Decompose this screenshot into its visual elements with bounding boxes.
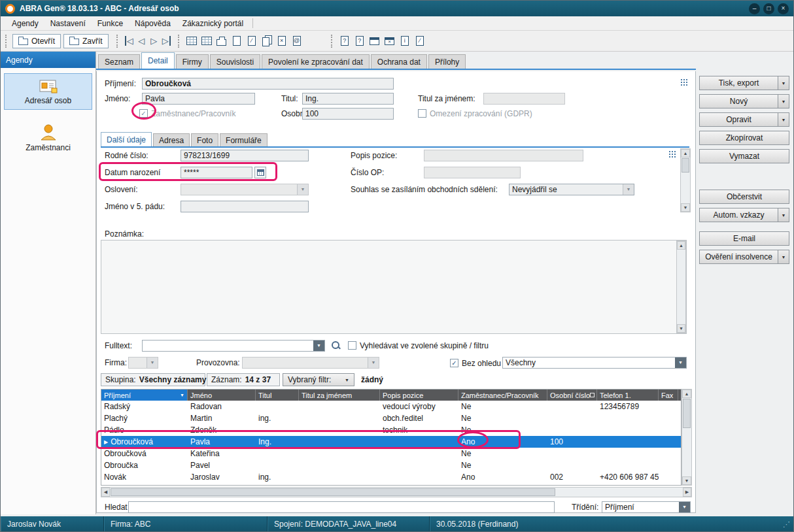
copy-record-icon[interactable]: [260, 34, 274, 48]
subtab-foto[interactable]: Foto: [191, 133, 218, 146]
scroll-up-icon[interactable]: ▲: [681, 149, 690, 158]
tab-povoleni[interactable]: Povolení ke zpracování dat: [262, 54, 370, 69]
table-row[interactable]: RadskýRadovanvedoucí výrobyNe123456789: [101, 401, 681, 412]
email-button[interactable]: E-mail: [699, 231, 789, 246]
tab-seznam[interactable]: Seznam: [98, 54, 140, 69]
copy-button[interactable]: Zkopírovat: [699, 131, 789, 145]
customize-panel-icon[interactable]: [680, 78, 687, 86]
group-segment[interactable]: Skupina: Všechny záznamy: [101, 373, 205, 386]
auto-messages-button[interactable]: Autom. vzkazy ▼: [699, 208, 789, 222]
title-field[interactable]: Ing.: [302, 93, 394, 105]
column-header-fax[interactable]: Fax: [659, 390, 678, 401]
dropdown-icon[interactable]: ▼: [675, 357, 686, 368]
firm-combo[interactable]: ▼: [128, 357, 158, 369]
scroll-left-icon[interactable]: ◀: [101, 488, 110, 497]
dropdown-icon[interactable]: ▼: [778, 95, 789, 108]
employee-checkbox[interactable]: ✓: [139, 109, 148, 118]
sidebar-item-zamestnanci[interactable]: Zaměstnanci: [4, 119, 92, 157]
note-scrollbar[interactable]: ▲ ▼: [676, 241, 686, 333]
import-table-icon[interactable]: [199, 34, 214, 48]
birth-date-field[interactable]: *****: [181, 167, 252, 178]
export-table-icon[interactable]: [184, 34, 199, 48]
column-header-titul[interactable]: Titul: [256, 390, 299, 401]
firstname-field[interactable]: Pavla: [142, 93, 255, 105]
dropdown-icon[interactable]: ▼: [623, 184, 634, 195]
info-icon[interactable]: i: [398, 34, 412, 48]
scroll-thumb[interactable]: [682, 158, 689, 173]
column-header-telefon[interactable]: Telefon 1.: [597, 390, 659, 401]
customize-panel-icon[interactable]: [668, 150, 676, 158]
menu-funkce[interactable]: Funkce: [92, 16, 129, 30]
subtab-formulare[interactable]: Formuláře: [220, 133, 268, 146]
subtab-dalsi-udaje[interactable]: Další údaje: [101, 132, 152, 146]
close-button[interactable]: ×: [778, 3, 789, 14]
calendar-button[interactable]: [254, 167, 266, 178]
dropdown-icon[interactable]: ▼: [368, 357, 379, 368]
insolvency-check-button[interactable]: Ověření insolvence ▼: [699, 250, 789, 264]
column-header-prijmeni[interactable]: Příjmení ▼: [101, 390, 188, 401]
dropdown-icon[interactable]: ▼: [679, 502, 690, 512]
birth-number-field[interactable]: 978213/1699: [181, 150, 309, 161]
sidebar-item-adresar-osob[interactable]: Adresář osob: [4, 73, 92, 110]
establishment-combo[interactable]: ▼: [242, 357, 379, 369]
gdpr-checkbox[interactable]: [418, 109, 426, 118]
delete-record-icon[interactable]: ×: [275, 34, 289, 48]
tab-ochrana-dat[interactable]: Ochrana dat: [371, 54, 427, 69]
close-window-icon[interactable]: ×: [383, 34, 397, 48]
table-row[interactable]: ObroučkováKateřinaNe: [101, 448, 681, 459]
id-card-field[interactable]: [424, 167, 521, 178]
tab-souvislosti[interactable]: Souvislosti: [210, 54, 260, 69]
dropdown-icon[interactable]: ▼: [297, 184, 308, 195]
column-header-titul-za-jmenem[interactable]: Titul za jménem: [299, 390, 380, 401]
first-record-icon[interactable]: ◁: [123, 35, 135, 48]
minimize-button[interactable]: –: [749, 3, 760, 14]
maximize-button[interactable]: □: [763, 3, 774, 14]
dropdown-icon[interactable]: ▼: [778, 76, 789, 90]
vocative-field[interactable]: [181, 201, 309, 212]
table-row-selected[interactable]: ▶Obroučková PavlaIng.Ano100: [101, 436, 681, 448]
scroll-up-icon[interactable]: ▲: [682, 390, 691, 398]
dropdown-icon[interactable]: ▼: [778, 250, 789, 263]
search-icon[interactable]: [331, 341, 341, 351]
surname-field[interactable]: Obroučková: [142, 78, 394, 90]
previous-record-icon[interactable]: ◁: [135, 35, 148, 48]
sort-combo[interactable]: Příjmení ▼: [602, 501, 691, 513]
column-header-zamestnanec[interactable]: Zaměstnanec/Pracovník: [458, 390, 547, 401]
scroll-thumb[interactable]: [683, 399, 691, 428]
selected-filter-button[interactable]: Vybraný filtr: ▼: [283, 373, 354, 386]
column-header-jmeno[interactable]: Jméno: [188, 390, 256, 401]
edit-record-icon[interactable]: ∕: [245, 34, 259, 48]
note-textarea[interactable]: [101, 240, 687, 334]
close-agenda-button[interactable]: Zavřít: [63, 34, 109, 48]
resize-grip-icon[interactable]: ⋰: [783, 520, 793, 529]
search-in-group-checkbox[interactable]: [348, 341, 356, 350]
print-export-button[interactable]: Tisk, export ▼: [699, 76, 789, 90]
table-horizontal-scrollbar[interactable]: ◀ ▶: [101, 487, 692, 497]
dropdown-icon[interactable]: ▼: [313, 341, 324, 351]
table-vertical-scrollbar[interactable]: ▲ ▼: [682, 389, 692, 486]
scroll-down-icon[interactable]: ▼: [682, 476, 691, 485]
scroll-down-icon[interactable]: ▼: [681, 203, 690, 212]
edit-button[interactable]: Opravit ▼: [699, 112, 789, 127]
last-record-icon[interactable]: ▷: [160, 35, 173, 48]
dropdown-icon[interactable]: ▼: [778, 113, 789, 126]
menu-nastaveni[interactable]: Nastavení: [44, 16, 92, 30]
notes-icon[interactable]: ∕: [413, 34, 427, 48]
table-row[interactable]: NovákJaroslaving.Ano002+420 606 987 456: [101, 471, 681, 483]
table-row[interactable]: ObroučkaPavelNe: [101, 459, 681, 471]
tab-prilohy[interactable]: Přílohy: [428, 54, 466, 69]
subtab-adresa[interactable]: Adresa: [153, 133, 190, 146]
scope-combo[interactable]: Všechny ▼: [502, 357, 687, 369]
column-header-osobni-cislo[interactable]: Osobní číslo: [547, 390, 597, 401]
delete-button[interactable]: Vymazat: [699, 149, 789, 163]
scroll-thumb[interactable]: [111, 488, 555, 496]
new-button[interactable]: Nový ▼: [699, 94, 789, 108]
help-icon[interactable]: ?: [337, 34, 352, 48]
menu-agendy[interactable]: Agendy: [6, 16, 44, 30]
find-input[interactable]: [128, 501, 555, 513]
context-help-icon[interactable]: ?: [353, 34, 367, 48]
window-icon[interactable]: [368, 34, 382, 48]
detail-scrollbar[interactable]: ▲ ▼: [680, 148, 691, 212]
dropdown-icon[interactable]: ▼: [147, 357, 158, 368]
open-agenda-button[interactable]: Otevřít: [12, 34, 61, 48]
